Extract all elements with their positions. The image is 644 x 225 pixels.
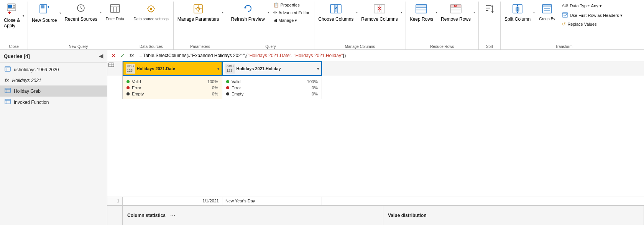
col1-dropdown-icon[interactable]: ▾ [217, 67, 219, 71]
parameters-group-label: Parameters [176, 43, 225, 49]
query-group-label: Query [230, 43, 312, 49]
table-header-row: ABC123 Holidays 2021.Date ▾ ABC123 Holid… [107, 61, 644, 76]
sort-icon: A Z [485, 3, 495, 16]
manage-button[interactable]: ⊞ Manage ▾ [271, 17, 312, 24]
manage-columns-group-label: Manage Columns [317, 43, 403, 49]
replace-values-button[interactable]: ↺ Replace Values [560, 21, 624, 28]
svg-rect-65 [544, 8, 550, 9]
column-statistics-menu[interactable]: ··· [170, 212, 175, 219]
empty-data-space [107, 99, 644, 197]
col2-valid-pct: 100% [306, 79, 318, 84]
enter-data-button[interactable]: Enter Data [104, 2, 127, 23]
refresh-preview-button[interactable]: Refresh Preview ▾ [230, 2, 270, 23]
refresh-preview-arrow: ▾ [268, 11, 269, 14]
formula-equals: = Table.SelectColumns(#"Expanded Holiday… [140, 53, 248, 58]
properties-button[interactable]: 📋 Properties [271, 2, 312, 8]
value-distribution-label: Value distribution [388, 213, 427, 218]
ribbon-group-manage-columns: Choose Columns ▾ [314, 2, 406, 49]
close-apply-button[interactable]: Close & Apply ▾ [2, 2, 25, 30]
close-apply-icon [7, 3, 17, 17]
column-statistics-label: Column statistics [127, 213, 166, 218]
column-header-holiday[interactable]: ABC123 Holidays 2021.Holiday ▾ [222, 61, 322, 76]
use-first-row-button[interactable]: Use First Row as Headers ▾ [560, 11, 624, 20]
remove-rows-button[interactable]: Remove Rows ▾ [439, 2, 476, 23]
col1-valid-label: Valid [132, 79, 147, 84]
col1-error-label: Error [132, 85, 147, 90]
query-label-usholidays: usholidays 1966-2020 [14, 67, 59, 72]
formula-input[interactable]: = Table.SelectColumns(#"Expanded Holiday… [138, 53, 642, 58]
choose-columns-arrow: ▾ [356, 11, 358, 14]
column-header-date[interactable]: ABC123 Holidays 2021.Date ▾ [123, 61, 222, 76]
new-query-group-label: New Query [30, 43, 127, 49]
manage-parameters-button[interactable]: Manage Parameters ▾ [176, 2, 225, 23]
row-number-header [107, 61, 123, 76]
recent-sources-icon [76, 3, 86, 16]
svg-rect-76 [5, 99, 10, 104]
col1-valid-dot [127, 80, 130, 83]
col2-stat-error: Error 0% [226, 85, 318, 91]
data-sources-group-label: Data Sources [131, 43, 171, 49]
col2-empty-label: Empty [232, 92, 247, 96]
keep-rows-icon [415, 3, 427, 16]
formula-confirm-icon[interactable]: ✓ [119, 52, 127, 59]
recent-sources-button[interactable]: Recent Sources ▾ [63, 2, 102, 23]
row-cell-date-1: 1/1/2021 [123, 197, 222, 205]
col2-empty-dot [226, 92, 229, 95]
col1-stat-error: Error 0% [127, 85, 218, 91]
keep-rows-button[interactable]: Keep Rows ▾ [408, 2, 439, 23]
query-label-holidays2021: Holidays 2021 [12, 78, 41, 83]
sort-button[interactable]: A Z [481, 2, 498, 18]
ribbon-group-close: Close & Apply ▾ Close [0, 2, 28, 49]
col2-error-label: Error [232, 85, 247, 90]
svg-marker-58 [491, 11, 494, 13]
split-column-icon [512, 3, 523, 16]
value-distribution-panel: Value distribution [383, 206, 644, 225]
data-area: ✕ ✓ fx = Table.SelectColumns(#"Expanded … [107, 50, 644, 225]
col1-stats: Valid 100% Error 0% Empty 0% [123, 76, 222, 99]
col1-error-dot [127, 86, 130, 89]
advanced-editor-button[interactable]: ✏ Advanced Editor [271, 9, 312, 16]
remove-columns-button[interactable]: Remove Columns ▾ [360, 2, 403, 23]
svg-text:ABC: ABC [562, 3, 568, 8]
svg-rect-8 [41, 5, 44, 8]
col2-empty-pct: 0% [306, 92, 318, 96]
formula-cancel-icon[interactable]: ✕ [110, 52, 117, 59]
queries-panel: Queries [4] ◀ usholidays 1966-2020 fx Ho… [0, 50, 107, 225]
query-item-invokedfunction[interactable]: Invoked Function [0, 97, 107, 108]
svg-rect-73 [5, 88, 10, 93]
data-type-icon: ABC [562, 2, 568, 10]
query-label-invokedfunction: Invoked Function [14, 100, 49, 105]
col2-dropdown-icon[interactable]: ▾ [317, 67, 319, 71]
remove-columns-icon [373, 3, 386, 16]
query-item-holidaygrab[interactable]: Holiday Grab [0, 85, 107, 97]
replace-values-label: Replace Values [567, 22, 596, 26]
split-column-label: Split Column [504, 16, 531, 22]
new-source-button[interactable]: New Source ▾ [30, 2, 62, 25]
group-by-button[interactable]: Group By [537, 2, 557, 23]
data-source-settings-icon [145, 3, 157, 16]
row-cell-holiday-1: New Year's Day [222, 197, 322, 205]
svg-rect-69 [562, 13, 568, 14]
col1-error-pct: 0% [207, 85, 218, 90]
svg-rect-1 [8, 5, 12, 8]
use-first-row-label: Use First Row as Headers ▾ [570, 13, 622, 18]
query-icon-holidays2021: fx [5, 77, 9, 83]
data-type-button[interactable]: ABC Data Type: Any ▾ [560, 2, 624, 10]
sort-group-label: Sort [481, 43, 498, 49]
query-icon-usholidays [5, 66, 11, 73]
query-item-usholidays[interactable]: usholidays 1966-2020 [0, 64, 107, 75]
svg-rect-45 [416, 5, 427, 7]
data-source-settings-button[interactable]: Data source settings [131, 2, 171, 23]
queries-list: usholidays 1966-2020 fx Holidays 2021 Ho… [0, 62, 107, 109]
close-apply-label: Close & Apply [4, 18, 20, 28]
recent-sources-arrow: ▾ [100, 11, 102, 14]
query-item-holidays2021[interactable]: fx Holidays 2021 [0, 75, 107, 85]
choose-columns-button[interactable]: Choose Columns ▾ [317, 2, 359, 23]
col1-empty-dot [127, 92, 130, 95]
remove-columns-label: Remove Columns [361, 16, 398, 22]
split-column-button[interactable]: Split Column ▾ [503, 2, 536, 23]
query-icon-holidaygrab [5, 88, 11, 94]
collapse-queries-button[interactable]: ◀ [99, 53, 103, 59]
column-statistics-panel: Column statistics ··· [123, 206, 383, 225]
close-group-label: Close [2, 43, 25, 49]
